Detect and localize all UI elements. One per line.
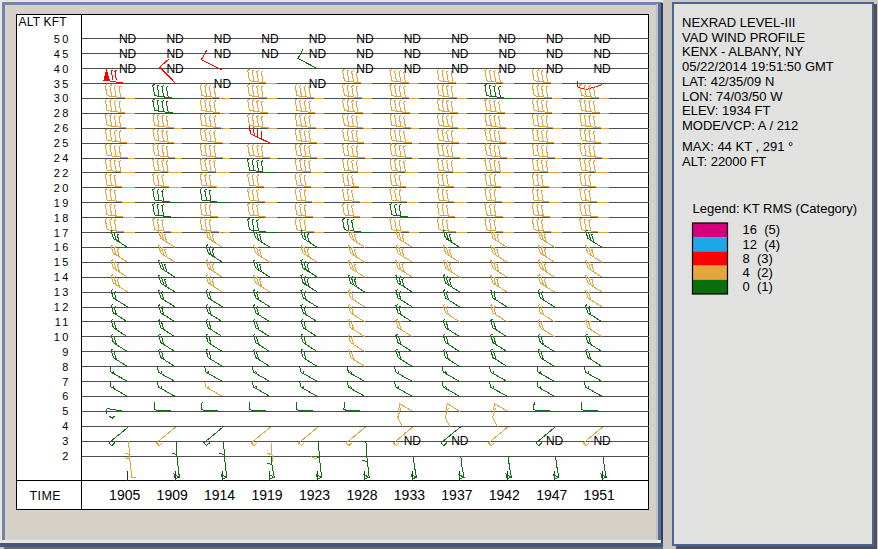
svg-text:17: 17	[54, 227, 71, 239]
svg-text:4: 4	[62, 420, 70, 432]
svg-text:3: 3	[62, 435, 70, 447]
svg-text:LAT: 42/35/09 N: LAT: 42/35/09 N	[682, 74, 774, 89]
svg-text:1942: 1942	[489, 487, 520, 503]
svg-text:ND: ND	[214, 77, 232, 91]
svg-text:6: 6	[62, 390, 70, 402]
svg-text:50: 50	[54, 33, 71, 45]
svg-text:35: 35	[54, 78, 71, 90]
svg-text:ND: ND	[593, 434, 611, 448]
svg-text:9: 9	[62, 346, 70, 358]
svg-text:40: 40	[54, 63, 71, 75]
svg-text:26: 26	[54, 122, 71, 134]
svg-text:ALT KFT: ALT KFT	[19, 15, 68, 29]
svg-text:ND: ND	[261, 47, 279, 61]
svg-text:MAX: 44 KT , 291 °: MAX: 44 KT , 291 °	[682, 139, 793, 154]
svg-text:16: 16	[54, 241, 71, 253]
svg-text:1933: 1933	[394, 487, 425, 503]
svg-text:Legend: KT RMS (Category): Legend: KT RMS (Category)	[693, 201, 858, 216]
svg-text:16 (5): 16 (5)	[743, 222, 781, 237]
svg-text:20: 20	[54, 182, 71, 194]
svg-text:ND: ND	[166, 47, 184, 61]
svg-text:ND: ND	[404, 434, 422, 448]
svg-text:8 (3): 8 (3)	[743, 251, 773, 266]
svg-text:NEXRAD LEVEL-III: NEXRAD LEVEL-III	[682, 15, 795, 30]
svg-text:ND: ND	[356, 47, 374, 61]
svg-text:ND: ND	[309, 32, 327, 46]
svg-text:11: 11	[55, 316, 71, 328]
svg-text:ND: ND	[593, 32, 611, 46]
svg-text:12: 12	[54, 301, 71, 313]
svg-text:ND: ND	[119, 47, 137, 61]
svg-text:ND: ND	[214, 32, 232, 46]
svg-text:ELEV: 1934 FT: ELEV: 1934 FT	[682, 103, 770, 118]
svg-text:12 (4): 12 (4)	[743, 237, 781, 252]
svg-text:1937: 1937	[441, 487, 472, 503]
svg-text:ND: ND	[451, 32, 469, 46]
svg-text:ND: ND	[499, 32, 517, 46]
svg-text:ND: ND	[261, 32, 279, 46]
svg-text:ND: ND	[119, 32, 137, 46]
svg-text:MODE/VCP: A / 212: MODE/VCP: A / 212	[682, 118, 798, 133]
svg-text:ND: ND	[593, 47, 611, 61]
svg-text:10: 10	[54, 331, 71, 343]
svg-text:13: 13	[54, 286, 71, 298]
svg-text:18: 18	[54, 212, 71, 224]
svg-text:05/22/2014 19:51:50 GMT: 05/22/2014 19:51:50 GMT	[682, 59, 834, 74]
svg-text:TIME: TIME	[30, 489, 61, 503]
svg-text:ND: ND	[451, 62, 469, 76]
svg-text:1914: 1914	[204, 487, 235, 503]
svg-text:1909: 1909	[157, 487, 188, 503]
svg-text:8: 8	[62, 361, 70, 373]
svg-text:ND: ND	[166, 62, 184, 76]
svg-text:VAD WIND PROFILE: VAD WIND PROFILE	[682, 30, 806, 45]
svg-text:ND: ND	[166, 32, 184, 46]
svg-text:ND: ND	[546, 62, 564, 76]
svg-text:KENX - ALBANY, NY: KENX - ALBANY, NY	[682, 44, 803, 59]
svg-text:LON: 74/03/50 W: LON: 74/03/50 W	[682, 89, 783, 104]
svg-text:ND: ND	[546, 47, 564, 61]
svg-text:ND: ND	[404, 62, 422, 76]
svg-text:ND: ND	[356, 32, 374, 46]
svg-text:5: 5	[62, 405, 70, 417]
svg-text:ND: ND	[546, 32, 564, 46]
svg-text:24: 24	[54, 152, 71, 164]
svg-text:4 (2): 4 (2)	[743, 265, 773, 280]
svg-text:1951: 1951	[584, 487, 615, 503]
svg-text:2: 2	[62, 450, 70, 462]
svg-text:ND: ND	[593, 62, 611, 76]
svg-text:ND: ND	[309, 47, 327, 61]
svg-text:19: 19	[54, 197, 71, 209]
svg-text:45: 45	[54, 48, 71, 60]
svg-text:ND: ND	[499, 62, 517, 76]
svg-text:1923: 1923	[299, 487, 330, 503]
svg-text:ND: ND	[451, 47, 469, 61]
svg-text:1928: 1928	[346, 487, 377, 503]
svg-text:1919: 1919	[252, 487, 283, 503]
svg-text:ND: ND	[356, 62, 374, 76]
svg-text:28: 28	[54, 107, 71, 119]
svg-text:ND: ND	[546, 434, 564, 448]
svg-text:ND: ND	[404, 32, 422, 46]
svg-text:ND: ND	[404, 47, 422, 61]
svg-text:ALT: 22000 FT: ALT: 22000 FT	[682, 154, 766, 169]
svg-text:ND: ND	[451, 434, 469, 448]
svg-text:7: 7	[62, 376, 70, 388]
svg-text:ND: ND	[119, 62, 137, 76]
svg-text:15: 15	[54, 256, 71, 268]
svg-text:1905: 1905	[109, 487, 140, 503]
svg-text:30: 30	[54, 92, 71, 104]
svg-text:14: 14	[54, 271, 71, 283]
svg-text:0 (1): 0 (1)	[743, 279, 773, 294]
svg-text:25: 25	[54, 137, 71, 149]
svg-text:ND: ND	[309, 77, 327, 91]
svg-text:1947: 1947	[536, 487, 567, 503]
svg-text:22: 22	[54, 167, 71, 179]
svg-text:ND: ND	[499, 47, 517, 61]
svg-text:ND: ND	[214, 47, 232, 61]
